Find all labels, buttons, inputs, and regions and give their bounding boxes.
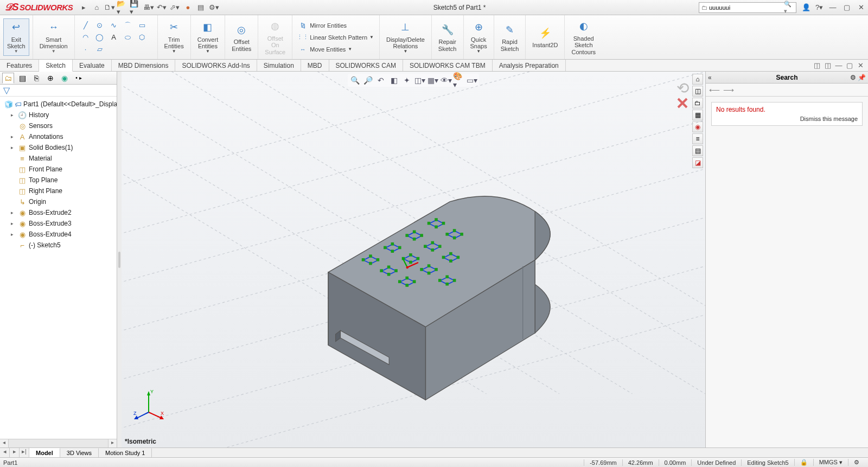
panel-pin-icon[interactable]: 📌 xyxy=(858,74,866,81)
tree-root[interactable]: 🧊 🏷 Part1 (Default<<Default>_Displa xyxy=(0,99,117,110)
tab-solidworks-cam-tbm[interactable]: SOLIDWORKS CAM TBM xyxy=(403,60,493,71)
open-file-icon[interactable]: 📂▾ xyxy=(117,2,129,14)
tab-mbd[interactable]: MBD xyxy=(301,60,329,71)
tab-scroll-end-icon[interactable]: ▸| xyxy=(20,448,29,457)
qa-menu-arrow-icon[interactable]: ▸ xyxy=(78,2,90,14)
tree-item-top-plane[interactable]: ◫Top Plane xyxy=(0,175,117,185)
arc-tool-icon[interactable]: ◠ xyxy=(79,32,92,43)
dropdown-icon[interactable]: ▼ xyxy=(348,47,352,52)
dropdown-icon[interactable]: ▼ xyxy=(172,49,176,54)
tree-item-sensors[interactable]: ◎Sensors xyxy=(0,120,117,131)
search-icon[interactable]: 🔍▾ xyxy=(784,1,794,15)
help-icon[interactable]: ?▾ xyxy=(813,2,825,14)
tree-item-front-plane[interactable]: ◫Front Plane xyxy=(0,164,117,175)
bottom-tab-motion-study-1[interactable]: Motion Study 1 xyxy=(99,448,152,457)
dimxpert-tab-icon[interactable]: ⊕ xyxy=(44,73,56,84)
scroll-left-icon[interactable]: ◂ xyxy=(0,439,9,447)
search-input[interactable] xyxy=(709,4,784,11)
spline-tool-icon[interactable]: ∿ xyxy=(107,20,120,31)
slot-tool-icon[interactable]: ⬭ xyxy=(122,32,135,43)
tab-sketch[interactable]: Sketch xyxy=(39,60,73,72)
expand-icon[interactable]: ▸ xyxy=(11,221,17,226)
scroll-track[interactable] xyxy=(9,439,108,447)
graphics-viewport[interactable]: 🔍 🔎 ↶ ◧ ✦ ◫▾ ▦▾ 👁▾ 🎨▾ ▭▾ ⟲ ⌂ ◫ 🗀 ▦ ◉ ≡ ▤… xyxy=(122,72,705,447)
offset-entities-button[interactable]: ◎ Offset Entities xyxy=(228,21,254,53)
tab-features[interactable]: Features xyxy=(0,60,39,71)
maximize-button[interactable]: ▢ xyxy=(840,2,853,14)
file-props-icon[interactable]: ▤ xyxy=(195,2,207,14)
smart-dimension-button[interactable]: ↔ Smart Dimension ▼ xyxy=(36,19,71,55)
rapid-sketch-button[interactable]: ✎ Rapid Sketch xyxy=(497,21,522,53)
tree-item-boss-extrude3[interactable]: ▸◉Boss-Extrude3 xyxy=(0,218,117,229)
dropdown-icon[interactable]: ▼ xyxy=(369,35,374,40)
status-gear-icon[interactable]: ⚙ xyxy=(848,459,865,466)
tree-item-boss-extrude2[interactable]: ▸◉Boss-Extrude2 xyxy=(0,207,117,218)
nav-forward-icon[interactable]: ⟶ xyxy=(723,86,734,94)
bottom-tab-3d-views[interactable]: 3D Views xyxy=(60,448,99,457)
plane-tool-icon[interactable]: ▱ xyxy=(93,44,106,55)
instant2d-button[interactable]: ⚡ Instant2D xyxy=(529,24,561,49)
mirror-entities-button[interactable]: ⧎Mirror Entities xyxy=(296,20,349,31)
tree-item-material-not-specified-[interactable]: ≡Material xyxy=(0,153,117,164)
polygon-tool-icon[interactable]: ⬡ xyxy=(136,32,149,43)
tab-scroll-right-icon[interactable]: ▸ xyxy=(10,448,20,457)
tree-item-history[interactable]: ▸🕘History xyxy=(0,110,117,120)
tree-filter[interactable]: ▽ xyxy=(0,85,117,97)
close-button[interactable]: ✕ xyxy=(854,2,867,14)
convert-entities-button[interactable]: ◧ Convert Entities ▼ xyxy=(194,19,222,55)
config-manager-tab-icon[interactable]: ⎘ xyxy=(30,73,42,84)
expand-icon[interactable]: ▸ xyxy=(11,232,17,237)
status-units[interactable]: MMGS ▾ xyxy=(813,459,848,466)
tree-item-annotations[interactable]: ▸AAnnotations xyxy=(0,131,117,142)
dropdown-icon[interactable]: ▼ xyxy=(476,49,481,54)
bottom-tab-model[interactable]: Model xyxy=(29,448,60,457)
tab-mbd-dimensions[interactable]: MBD Dimensions xyxy=(112,60,176,71)
save-icon[interactable]: 💾▾ xyxy=(130,2,142,14)
tab-solidworks-cam[interactable]: SOLIDWORKS CAM xyxy=(329,60,403,71)
sidebar-scrollbar[interactable]: ◂ ▸ xyxy=(0,439,117,447)
print-icon[interactable]: 🖶▾ xyxy=(143,2,155,14)
options-gear-icon[interactable]: ⚙▾ xyxy=(208,2,220,14)
orientation-triad[interactable]: Y X Z xyxy=(132,388,165,420)
fillet-tool-icon[interactable]: ⌒ xyxy=(122,20,135,31)
status-custom-icon[interactable]: 🔒 xyxy=(794,459,813,466)
line-tool-icon[interactable]: ╱ xyxy=(79,20,92,31)
ellipse-tool-icon[interactable]: ◯ xyxy=(93,32,106,43)
tree-item-right-plane[interactable]: ◫Right Plane xyxy=(0,185,117,196)
exit-sketch-button[interactable]: ↩ Exit Sketch ▼ xyxy=(3,18,29,56)
user-icon[interactable]: 👤 xyxy=(800,2,812,14)
text-tool-icon[interactable]: A xyxy=(107,32,120,43)
linear-pattern-button[interactable]: ⋮⋮Linear Sketch Pattern ▼ xyxy=(296,31,376,43)
dropdown-icon[interactable]: ▼ xyxy=(403,49,407,54)
repair-sketch-button[interactable]: 🔧 Repair Sketch xyxy=(435,21,460,53)
display-delete-relations-button[interactable]: ⊥ Display/Delete Relations ▼ xyxy=(383,19,428,55)
doc-close-icon[interactable]: ✕ xyxy=(855,61,866,69)
point-tool-icon[interactable]: · xyxy=(79,44,92,55)
new-file-icon[interactable]: 🗋▾ xyxy=(104,2,116,14)
rectangle-tool-icon[interactable]: ▭ xyxy=(136,20,149,31)
expand-icon[interactable]: ▸ xyxy=(11,145,17,150)
tree-item-origin[interactable]: ↳Origin xyxy=(0,196,117,207)
panel-collapse-icon[interactable]: « xyxy=(708,74,712,81)
expand-icon[interactable]: ▸ xyxy=(11,210,17,215)
tab-evaluate[interactable]: Evaluate xyxy=(73,60,112,71)
search-box[interactable]: 🗀 🔍▾ xyxy=(699,2,796,13)
dropdown-icon[interactable]: ▼ xyxy=(206,49,210,54)
dropdown-icon[interactable]: ▼ xyxy=(52,49,56,54)
dismiss-message-link[interactable]: Dismiss this message xyxy=(716,116,858,122)
nav-back-icon[interactable]: ⟵ xyxy=(709,86,720,94)
tab-solidworks-add-ins[interactable]: SOLIDWORKS Add-Ins xyxy=(175,60,257,71)
scroll-right-icon[interactable]: ▸ xyxy=(108,439,117,447)
tab-simulation[interactable]: Simulation xyxy=(257,60,301,71)
move-entities-button[interactable]: ↔Move Entities ▼ xyxy=(296,43,354,55)
doc-restore-icon[interactable]: ◫ xyxy=(822,61,833,69)
tab-analysis-preparation[interactable]: Analysis Preparation xyxy=(493,60,566,71)
doc-maximize-icon[interactable]: ▢ xyxy=(844,61,855,69)
minimize-button[interactable]: — xyxy=(826,2,839,14)
expand-icon[interactable]: ▸ xyxy=(11,134,17,139)
dropdown-icon[interactable]: ▼ xyxy=(14,49,18,54)
undo-icon[interactable]: ↶▾ xyxy=(156,2,168,14)
circle-tool-icon[interactable]: ⊙ xyxy=(93,20,106,31)
property-manager-tab-icon[interactable]: ▤ xyxy=(16,73,28,84)
rebuild-icon[interactable]: ● xyxy=(182,2,194,14)
